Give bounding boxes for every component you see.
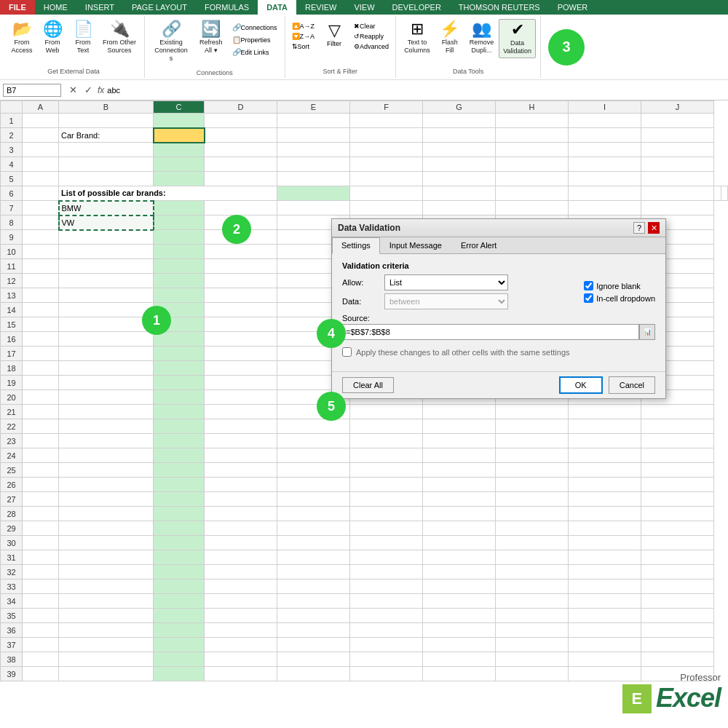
row-header-2[interactable]: 2 bbox=[1, 128, 23, 143]
col-header-b[interactable]: B bbox=[59, 101, 154, 114]
cell-G35[interactable] bbox=[423, 609, 496, 623]
cell-A22[interactable] bbox=[23, 419, 59, 434]
cell-D4[interactable] bbox=[205, 157, 277, 172]
connections-link-button[interactable]: 🔗 Connections bbox=[229, 22, 280, 33]
cell-C31[interactable] bbox=[154, 550, 205, 565]
table-row[interactable]: 26 bbox=[1, 478, 728, 492]
cell-D3[interactable] bbox=[205, 143, 277, 157]
cell-I22[interactable] bbox=[569, 419, 641, 434]
row-header-10[interactable]: 10 bbox=[1, 245, 23, 259]
cell-J28[interactable] bbox=[641, 507, 714, 521]
cell-C36[interactable] bbox=[154, 623, 205, 638]
cell-B8[interactable]: VW bbox=[59, 215, 154, 230]
cell-A11[interactable] bbox=[23, 259, 59, 274]
dialog-help-button[interactable]: ? bbox=[633, 222, 645, 234]
filter-button[interactable]: ▽ Filter bbox=[320, 19, 349, 50]
cell-C17[interactable] bbox=[154, 347, 205, 361]
cell-F37[interactable] bbox=[350, 638, 423, 652]
cell-J31[interactable] bbox=[641, 550, 714, 565]
cell-F34[interactable] bbox=[350, 594, 423, 609]
row-header-38[interactable]: 38 bbox=[1, 652, 23, 667]
cell-B27[interactable] bbox=[59, 492, 154, 507]
cell-C5[interactable] bbox=[154, 172, 205, 186]
cell-E29[interactable] bbox=[277, 521, 350, 536]
row-header-39[interactable]: 39 bbox=[1, 667, 23, 681]
cell-H37[interactable] bbox=[496, 638, 569, 652]
cell-D28[interactable] bbox=[205, 507, 277, 521]
cell-A38[interactable] bbox=[23, 652, 59, 667]
cell-D27[interactable] bbox=[205, 492, 277, 507]
cell-D35[interactable] bbox=[205, 609, 277, 623]
cell-G3[interactable] bbox=[423, 143, 496, 157]
cell-E2[interactable] bbox=[277, 128, 350, 143]
cell-I35[interactable] bbox=[569, 609, 641, 623]
table-row[interactable]: 25 bbox=[1, 463, 728, 478]
cell-A10[interactable] bbox=[23, 245, 59, 259]
cell-B30[interactable] bbox=[59, 536, 154, 550]
cell-F4[interactable] bbox=[350, 157, 423, 172]
cell-G30[interactable] bbox=[423, 536, 496, 550]
cell-G24[interactable] bbox=[423, 448, 496, 463]
col-header-c[interactable]: C bbox=[154, 101, 205, 114]
cell-H24[interactable] bbox=[496, 448, 569, 463]
col-header-g[interactable]: G bbox=[423, 101, 496, 114]
cell-I2[interactable] bbox=[569, 128, 641, 143]
cell-G2[interactable] bbox=[423, 128, 496, 143]
ignore-blank-checkbox[interactable] bbox=[584, 281, 593, 290]
cell-D13[interactable] bbox=[205, 288, 277, 303]
cell-C24[interactable] bbox=[154, 448, 205, 463]
cell-D17[interactable] bbox=[205, 347, 277, 361]
cell-D36[interactable] bbox=[205, 623, 277, 638]
cell-G33[interactable] bbox=[423, 579, 496, 594]
cell-C25[interactable] bbox=[154, 463, 205, 478]
cell-F35[interactable] bbox=[350, 609, 423, 623]
cell-D11[interactable] bbox=[205, 259, 277, 274]
table-row[interactable]: 3 bbox=[1, 143, 728, 157]
cell-F22[interactable] bbox=[350, 419, 423, 434]
cell-I4[interactable] bbox=[569, 157, 641, 172]
cell-G27[interactable] bbox=[423, 492, 496, 507]
allow-select[interactable]: List Any value Whole number Decimal Date… bbox=[384, 274, 508, 290]
from-web-button[interactable]: 🌐 FromWeb bbox=[38, 19, 67, 57]
cell-B3[interactable] bbox=[59, 143, 154, 157]
table-row[interactable]: 2Car Brand: bbox=[1, 128, 728, 143]
table-row[interactable]: 33 bbox=[1, 579, 728, 594]
cell-D29[interactable] bbox=[205, 521, 277, 536]
cell-C9[interactable] bbox=[154, 230, 205, 245]
cell-E3[interactable] bbox=[277, 143, 350, 157]
from-text-button[interactable]: 📄 FromText bbox=[68, 19, 98, 57]
table-row[interactable]: 30 bbox=[1, 536, 728, 550]
confirm-formula-icon[interactable]: ✓ bbox=[82, 84, 95, 96]
cell-G6[interactable] bbox=[569, 186, 641, 201]
cell-H39[interactable] bbox=[496, 667, 569, 681]
cell-D15[interactable] bbox=[205, 317, 277, 332]
cell-C29[interactable] bbox=[154, 521, 205, 536]
cell-I21[interactable] bbox=[569, 405, 641, 419]
cell-H5[interactable] bbox=[496, 172, 569, 186]
cell-A25[interactable] bbox=[23, 463, 59, 478]
cell-B12[interactable] bbox=[59, 274, 154, 288]
from-other-sources-button[interactable]: 🔌 From OtherSources bbox=[99, 19, 140, 57]
cell-I29[interactable] bbox=[569, 521, 641, 536]
cell-H3[interactable] bbox=[496, 143, 569, 157]
cell-F3[interactable] bbox=[350, 143, 423, 157]
cell-E5[interactable] bbox=[277, 172, 350, 186]
data-validation-button[interactable]: ✔ DataValidation bbox=[499, 19, 536, 58]
row-header-26[interactable]: 26 bbox=[1, 478, 23, 492]
cell-J2[interactable] bbox=[641, 128, 714, 143]
cell-D9[interactable] bbox=[205, 230, 277, 245]
cell-I27[interactable] bbox=[569, 492, 641, 507]
cell-B2[interactable]: Car Brand: bbox=[59, 128, 154, 143]
cell-A2[interactable] bbox=[23, 128, 59, 143]
ok-button[interactable]: OK bbox=[559, 376, 603, 394]
refresh-all-button[interactable]: 🔄 RefreshAll ▾ bbox=[196, 19, 226, 57]
cell-A37[interactable] bbox=[23, 638, 59, 652]
cell-C35[interactable] bbox=[154, 609, 205, 623]
cell-D1[interactable] bbox=[205, 114, 277, 128]
col-header-j[interactable]: J bbox=[641, 101, 714, 114]
cell-H26[interactable] bbox=[496, 478, 569, 492]
cell-B23[interactable] bbox=[59, 434, 154, 448]
cell-A20[interactable] bbox=[23, 390, 59, 405]
cell-E32[interactable] bbox=[277, 565, 350, 579]
cell-E37[interactable] bbox=[277, 638, 350, 652]
